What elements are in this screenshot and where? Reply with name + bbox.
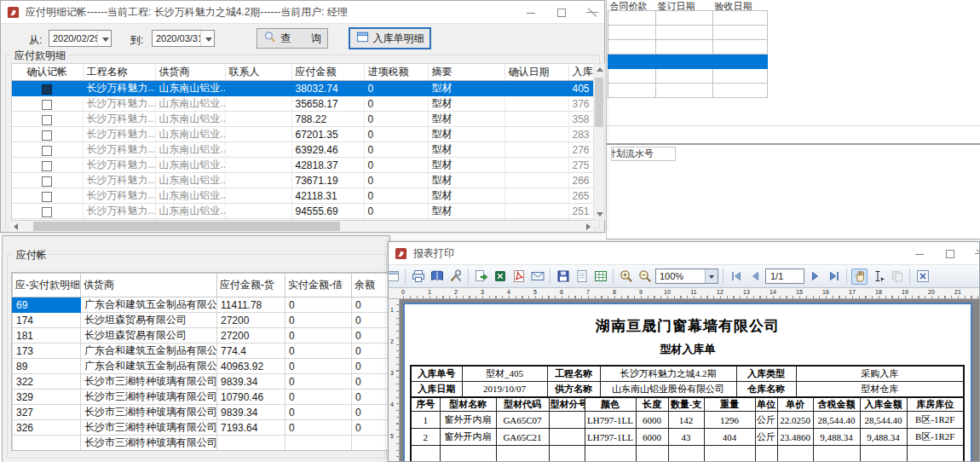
- vertical-scrollbar[interactable]: [593, 63, 605, 221]
- cell[interactable]: 89: [13, 359, 81, 374]
- cell[interactable]: 35658.17: [291, 96, 364, 112]
- tools-icon[interactable]: [447, 269, 464, 285]
- cell[interactable]: 0: [364, 173, 428, 188]
- scroll-left-icon[interactable]: [14, 223, 18, 230]
- column-header[interactable]: 实付金额-借: [285, 274, 352, 297]
- cell[interactable]: 0: [285, 420, 352, 436]
- cell[interactable]: 0: [364, 96, 428, 112]
- last-page-icon[interactable]: [826, 269, 842, 285]
- cell[interactable]: 376: [568, 96, 593, 112]
- cell[interactable]: [225, 173, 291, 188]
- column-header[interactable]: 入库: [568, 64, 593, 81]
- cell[interactable]: [12, 142, 83, 158]
- maximize-button[interactable]: [945, 249, 955, 259]
- cell[interactable]: 67201.35: [291, 127, 364, 142]
- cell[interactable]: [12, 188, 83, 204]
- row-checkbox[interactable]: [42, 176, 52, 187]
- cell[interactable]: 山东南山铝业...: [155, 158, 225, 173]
- cell[interactable]: 7193.64: [217, 420, 285, 436]
- maximize-button[interactable]: [556, 8, 567, 18]
- cell[interactable]: [225, 142, 291, 158]
- cell[interactable]: 山东南山铝业...: [155, 127, 225, 142]
- cell[interactable]: 0: [364, 204, 428, 219]
- cell[interactable]: 广东合和建筑五金制品有限公司: [81, 297, 217, 313]
- export-pdf-icon[interactable]: [510, 269, 527, 285]
- cell[interactable]: 0: [352, 344, 390, 359]
- cell[interactable]: 型材: [428, 96, 504, 112]
- column-header[interactable]: 进项税额: [364, 64, 428, 81]
- row-checkbox[interactable]: [42, 192, 52, 202]
- row-checkbox[interactable]: [42, 84, 52, 95]
- cell[interactable]: 276: [568, 142, 593, 158]
- cell[interactable]: 0: [352, 297, 390, 313]
- export-doc-icon[interactable]: [473, 269, 489, 285]
- cell[interactable]: 长沙万科魅力...: [83, 96, 155, 112]
- cell[interactable]: 型材: [428, 127, 504, 142]
- cell[interactable]: 山东南山铝业...: [155, 81, 225, 96]
- cell[interactable]: 长沙万科魅力...: [83, 158, 155, 173]
- cell[interactable]: 广东合和建筑五金制品有限公司: [81, 344, 217, 359]
- cell[interactable]: 73671.19: [291, 173, 364, 188]
- cell[interactable]: [12, 96, 83, 112]
- cell[interactable]: 0: [352, 374, 390, 390]
- scrollbar-thumb[interactable]: [33, 222, 340, 231]
- export-mail-icon[interactable]: [529, 269, 545, 285]
- column-header[interactable]: 应-实付款明细ID: [13, 274, 81, 297]
- cell[interactable]: 长沙万科魅力...: [83, 173, 155, 188]
- cell[interactable]: 326: [13, 420, 81, 436]
- cell[interactable]: 0: [364, 188, 428, 204]
- copy-icon[interactable]: [889, 269, 905, 285]
- cell[interactable]: 9839.34: [217, 374, 285, 390]
- cell[interactable]: 94555.69: [291, 204, 364, 219]
- document-icon[interactable]: [574, 269, 590, 285]
- cell[interactable]: 38032.74: [291, 81, 364, 96]
- cell[interactable]: 251: [568, 204, 593, 219]
- cell[interactable]: 0: [352, 405, 390, 420]
- scroll-up-icon[interactable]: [597, 67, 603, 72]
- export-grid-icon[interactable]: [592, 269, 608, 285]
- chevron-down-icon[interactable]: [97, 31, 111, 46]
- cell[interactable]: 长沙万科魅力...: [83, 188, 155, 204]
- row-checkbox[interactable]: [42, 115, 52, 125]
- cell[interactable]: 27200: [217, 328, 285, 344]
- row-checkbox[interactable]: [42, 161, 52, 171]
- cell[interactable]: [225, 81, 291, 96]
- column-header[interactable]: 余额: [352, 274, 390, 297]
- cell[interactable]: 0: [285, 344, 352, 359]
- cell[interactable]: [225, 188, 291, 204]
- save-disk-icon[interactable]: [555, 269, 571, 285]
- cell[interactable]: 广东合和建筑五金制品有限公司: [81, 359, 217, 374]
- cell[interactable]: 42818.37: [291, 158, 364, 173]
- cell[interactable]: 型材: [428, 112, 504, 127]
- cell[interactable]: 275: [568, 158, 593, 173]
- close-preview-icon[interactable]: [914, 269, 931, 285]
- cell[interactable]: [225, 127, 291, 142]
- minimize-button[interactable]: [526, 8, 536, 18]
- cell[interactable]: 长沙万科魅力...: [83, 204, 155, 219]
- titlebar[interactable]: 报表打印: [389, 242, 979, 265]
- query-button[interactable]: 查 询: [257, 28, 328, 49]
- cell[interactable]: [225, 158, 291, 173]
- scroll-right-icon[interactable]: [586, 223, 591, 230]
- cell[interactable]: 长沙坦森贸易有限公司: [81, 313, 217, 328]
- cell[interactable]: 27200: [217, 313, 285, 328]
- cell[interactable]: 山东南山铝业...: [155, 96, 225, 112]
- cell[interactable]: 0: [364, 112, 428, 127]
- cell[interactable]: 型材: [428, 204, 504, 219]
- cell[interactable]: 9839.34: [217, 405, 285, 420]
- next-page-icon[interactable]: [807, 269, 823, 285]
- cell[interactable]: [12, 112, 83, 127]
- cell[interactable]: 0: [352, 313, 390, 328]
- column-header[interactable]: 确认日期: [504, 64, 568, 81]
- cell[interactable]: 266: [568, 173, 593, 188]
- cell[interactable]: 长沙市三湘特种玻璃有限公司: [81, 405, 217, 420]
- cell[interactable]: 0: [285, 297, 352, 313]
- book-icon[interactable]: [429, 269, 445, 285]
- cell[interactable]: 山东南山铝业...: [155, 142, 225, 158]
- column-header[interactable]: 应付金额-货: [217, 274, 285, 297]
- cell[interactable]: 山东南山铝业...: [155, 112, 225, 127]
- cell[interactable]: 0: [285, 374, 352, 390]
- cell[interactable]: [504, 204, 568, 219]
- close-button[interactable]: [976, 249, 980, 259]
- cell[interactable]: [285, 436, 352, 451]
